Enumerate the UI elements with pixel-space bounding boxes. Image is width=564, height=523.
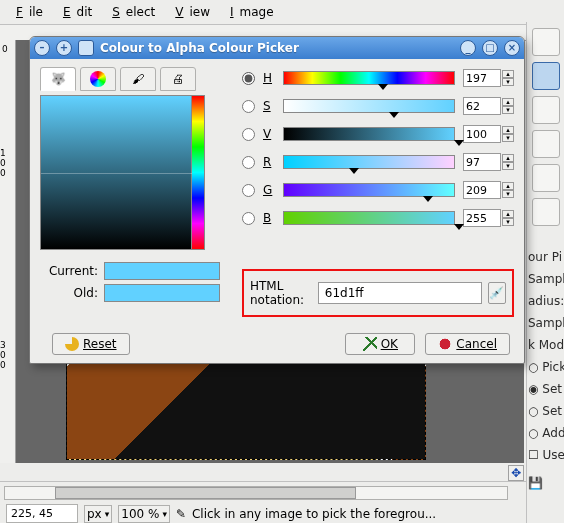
spin-down[interactable]: ▾ — [502, 162, 514, 170]
maximize-button[interactable]: □ — [482, 40, 498, 56]
cancel-icon — [438, 337, 452, 351]
tab-brush[interactable]: 🖌 — [120, 67, 156, 91]
opt-radio[interactable]: ◉ Set — [526, 378, 564, 400]
eyedropper-button[interactable]: 💉 — [488, 282, 506, 304]
status-unit-combo[interactable]: px — [84, 505, 112, 523]
dialog-titlebar[interactable]: – + Colour to Alpha Colour Picker _ □ × — [30, 37, 524, 59]
opt-check[interactable]: ☐ Use i — [526, 444, 564, 466]
spin-up[interactable]: ▴ — [502, 210, 514, 218]
ruler-tick: 100 — [0, 148, 6, 178]
slider-b[interactable] — [283, 211, 455, 225]
navigation-corner-icon[interactable]: ✥ — [508, 465, 524, 481]
tool-button[interactable] — [532, 130, 560, 158]
spin-h[interactable] — [463, 69, 501, 87]
radio-b[interactable] — [242, 212, 255, 225]
color-field[interactable] — [40, 95, 205, 250]
scrollbar-horizontal[interactable] — [4, 486, 508, 500]
opt-title: our Pi — [526, 246, 564, 268]
eyedropper-icon: 💉 — [489, 286, 504, 300]
wilber-icon: 🐺 — [51, 72, 66, 86]
tool-button[interactable] — [532, 96, 560, 124]
spin-r[interactable] — [463, 153, 501, 171]
close-button[interactable]: × — [504, 40, 520, 56]
ruler-tick: 300 — [0, 340, 6, 370]
spin-up[interactable]: ▴ — [502, 154, 514, 162]
spin-down[interactable]: ▾ — [502, 218, 514, 226]
spin-v[interactable] — [463, 125, 501, 143]
old-label: Old: — [40, 286, 98, 300]
menu-view[interactable]: View — [163, 2, 216, 22]
radio-h[interactable] — [242, 72, 255, 85]
spin-s[interactable] — [463, 97, 501, 115]
hue-strip[interactable] — [192, 96, 204, 249]
status-zoom-combo[interactable]: 100 % — [118, 505, 170, 523]
tab-print[interactable]: 🖨 — [160, 67, 196, 91]
radio-v[interactable] — [242, 128, 255, 141]
spin-down[interactable]: ▾ — [502, 106, 514, 114]
tool-button[interactable] — [532, 164, 560, 192]
radio-g[interactable] — [242, 184, 255, 197]
label-g[interactable]: G — [263, 183, 275, 197]
old-color-swatch[interactable] — [104, 284, 220, 302]
printer-icon: 🖨 — [172, 72, 184, 86]
spin-up[interactable]: ▴ — [502, 126, 514, 134]
label-b[interactable]: B — [263, 211, 275, 225]
opt-radio[interactable]: ○ Pick — [526, 356, 564, 378]
spin-down[interactable]: ▾ — [502, 134, 514, 142]
spin-down[interactable]: ▾ — [502, 78, 514, 86]
ok-icon — [363, 337, 377, 351]
label-v[interactable]: V — [263, 127, 275, 141]
zoom-out-button[interactable]: – — [34, 40, 50, 56]
brush-icon: 🖌 — [132, 72, 144, 86]
radio-s[interactable] — [242, 100, 255, 113]
dialog-title: Colour to Alpha Colour Picker — [100, 41, 454, 55]
reset-icon — [65, 337, 79, 351]
opt-radio[interactable]: ○ Add — [526, 422, 564, 444]
slider-g[interactable] — [283, 183, 455, 197]
slider-h[interactable] — [283, 71, 455, 85]
html-notation-row: HTML notation: 💉 — [242, 269, 514, 317]
slider-s[interactable] — [283, 99, 455, 113]
label-h[interactable]: H — [263, 71, 275, 85]
spin-down[interactable]: ▾ — [502, 190, 514, 198]
window-icon — [78, 40, 94, 56]
opt-label: adius: — [526, 290, 564, 312]
status-bar: 225, 45 px 100 % ✎ Click in any image to… — [0, 481, 526, 523]
spin-b[interactable] — [463, 209, 501, 227]
reset-button[interactable]: Reset — [52, 333, 130, 355]
spin-up[interactable]: ▴ — [502, 182, 514, 190]
minimize-button[interactable]: _ — [460, 40, 476, 56]
menu-edit[interactable]: Edit — [51, 2, 98, 22]
status-hint: Click in any image to pick the foregrou.… — [192, 507, 520, 521]
spin-g[interactable] — [463, 181, 501, 199]
menu-file[interactable]: File — [4, 2, 49, 22]
tool-button-active[interactable] — [532, 62, 560, 90]
spin-up[interactable]: ▴ — [502, 98, 514, 106]
opt-label: Sampl — [526, 312, 564, 334]
opt-radio[interactable]: ○ Set — [526, 400, 564, 422]
ok-button[interactable]: OK — [345, 333, 415, 355]
channel-sliders: H ▴▾ S ▴▾ V ▴▾ R ▴▾ G ▴▾ — [242, 67, 514, 235]
label-s[interactable]: S — [263, 99, 275, 113]
menu-bar: File Edit Select View Image — [0, 0, 564, 25]
opt-label: Sampl — [526, 268, 564, 290]
tool-options-panel: our Pi Sampl adius: Sampl k Mode ○ Pick … — [526, 246, 564, 494]
slider-v[interactable] — [283, 127, 455, 141]
menu-select[interactable]: Select — [100, 2, 161, 22]
zoom-in-button[interactable]: + — [56, 40, 72, 56]
slider-r[interactable] — [283, 155, 455, 169]
current-color-swatch[interactable] — [104, 262, 220, 280]
cancel-button[interactable]: Cancel — [425, 333, 510, 355]
save-icon[interactable]: 💾 — [526, 472, 564, 494]
menu-image[interactable]: Image — [218, 2, 280, 22]
ruler-vertical: 0 100 300 — [0, 40, 16, 463]
radio-r[interactable] — [242, 156, 255, 169]
tool-button[interactable] — [532, 28, 560, 56]
tab-wheel[interactable] — [80, 67, 116, 91]
eyedropper-icon: ✎ — [176, 507, 186, 521]
tab-gimp[interactable]: 🐺 — [40, 67, 76, 91]
notation-input[interactable] — [318, 282, 482, 304]
tool-button[interactable] — [532, 198, 560, 226]
spin-up[interactable]: ▴ — [502, 70, 514, 78]
label-r[interactable]: R — [263, 155, 275, 169]
